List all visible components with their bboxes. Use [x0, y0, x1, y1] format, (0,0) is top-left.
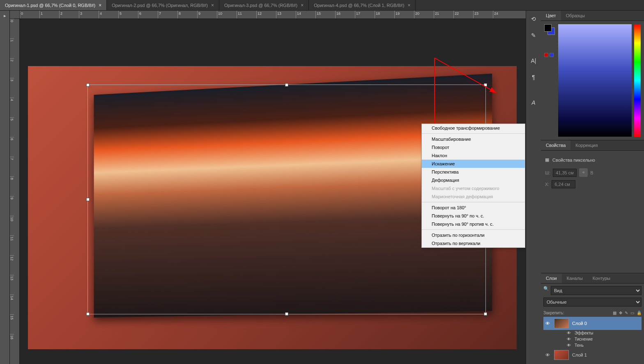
- paragraph-icon[interactable]: ¶: [528, 71, 539, 83]
- ruler-tick: 8: [10, 176, 14, 196]
- ruler-tick: 8: [177, 11, 197, 19]
- ruler-tick: 1: [39, 11, 59, 19]
- visibility-icon[interactable]: 👁: [544, 353, 551, 357]
- properties-tab[interactable]: Свойства: [541, 140, 570, 150]
- menu-item[interactable]: Поворот на 180°: [422, 204, 525, 212]
- left-toolbar: ▸: [0, 11, 10, 364]
- tab-label: Оригинал-3.psd @ 66,7% (RGB/8#): [224, 3, 297, 8]
- current-color-icon: [550, 53, 554, 57]
- layers-tab[interactable]: Слои: [541, 273, 562, 283]
- width-input[interactable]: [553, 169, 577, 177]
- ruler-tick: 4: [10, 98, 14, 117]
- layer-item-1[interactable]: 👁 Слой 1: [543, 348, 642, 362]
- ruler-tick: 10: [10, 216, 14, 236]
- adjustments-tab[interactable]: Коррекция: [570, 140, 603, 150]
- layer-item-0[interactable]: 👁 Слой 0: [543, 317, 642, 330]
- close-icon[interactable]: ×: [211, 2, 214, 8]
- menu-item[interactable]: Деформация: [422, 176, 525, 184]
- blend-mode-select[interactable]: Обычные: [543, 298, 642, 307]
- properties-header: Свойства пиксельно: [552, 158, 595, 163]
- history-icon[interactable]: ⟲: [528, 13, 539, 25]
- ruler-tick: 5: [118, 11, 138, 19]
- menu-item[interactable]: Масштабирование: [422, 135, 525, 143]
- ruler-tick: 9: [197, 11, 217, 19]
- menu-item: Масштаб с учетом содержимого: [422, 184, 525, 192]
- ruler-tick: 13: [10, 275, 14, 295]
- ruler-tick: 7: [10, 157, 14, 176]
- foreground-color[interactable]: [544, 24, 552, 32]
- effects-label: Эффекты: [575, 331, 593, 335]
- layer-thumbnail[interactable]: [554, 318, 569, 328]
- swatches-tab[interactable]: Образцы: [561, 11, 590, 21]
- ruler-tick: 18: [375, 11, 394, 19]
- brush-icon[interactable]: ✎: [528, 30, 539, 41]
- pixel-layer-icon: ▦: [545, 157, 549, 163]
- ruler-tick: 6: [138, 11, 158, 19]
- tab-doc-4[interactable]: Оригинал-4.psd @ 66,7% (Слой 1, RGB/8#)×: [309, 0, 416, 10]
- channels-tab[interactable]: Каналы: [562, 273, 588, 283]
- lock-pixels-icon[interactable]: ▦: [613, 311, 616, 315]
- layer-name: Слой 0: [572, 321, 587, 326]
- glyphs-icon[interactable]: A: [528, 97, 539, 108]
- hue-slider[interactable]: [634, 24, 641, 137]
- menu-item[interactable]: Отразить по горизонтали: [422, 231, 525, 239]
- menu-item[interactable]: Поворот: [422, 143, 525, 151]
- lock-artboard-icon[interactable]: ▭: [630, 311, 634, 315]
- menu-item[interactable]: Искажение: [422, 160, 525, 168]
- filter-select[interactable]: Вид: [551, 286, 642, 295]
- height-label: В: [590, 170, 593, 175]
- ruler-tick: 23: [473, 11, 493, 19]
- close-icon[interactable]: ×: [301, 2, 304, 8]
- tab-doc-1[interactable]: Оригинал-1.psd @ 66,7% (Слой 0, RGB/8#)×: [0, 0, 107, 10]
- ruler-tick: 10: [217, 11, 237, 19]
- close-icon[interactable]: ×: [407, 2, 410, 8]
- close-icon[interactable]: ×: [99, 2, 101, 8]
- visibility-icon[interactable]: 👁: [566, 343, 572, 348]
- ruler-tick: 4: [99, 11, 118, 19]
- ruler-tick: 14: [296, 11, 315, 19]
- menu-item[interactable]: Свободное трансформирование: [422, 124, 525, 132]
- visibility-icon[interactable]: 👁: [566, 331, 572, 335]
- layer-name: Слой 1: [572, 353, 587, 357]
- lock-label: Закрепить:: [543, 311, 564, 315]
- tab-doc-3[interactable]: Оригинал-3.psd @ 66,7% (RGB/8#)×: [219, 0, 309, 10]
- menu-item[interactable]: Перспектива: [422, 168, 525, 176]
- visibility-icon[interactable]: 👁: [566, 337, 572, 341]
- menu-item[interactable]: Повернуть на 90° против ч. с.: [422, 220, 525, 228]
- visibility-icon[interactable]: 👁: [544, 321, 551, 326]
- ruler-tick: 19: [394, 11, 414, 19]
- menu-item[interactable]: Повернуть на 90° по ч. с.: [422, 212, 525, 220]
- ruler-tick: 1: [10, 39, 14, 58]
- layer-thumbnail[interactable]: [554, 350, 569, 360]
- ruler-tick: 15: [315, 11, 335, 19]
- right-panels: Цвет Образцы Свойства Коррекция: [541, 11, 644, 364]
- menu-separator: [422, 229, 525, 230]
- lock-brush-icon[interactable]: ✎: [625, 311, 628, 315]
- character-icon[interactable]: A|: [528, 55, 539, 66]
- menu-separator: [422, 202, 525, 202]
- tab-doc-2[interactable]: Оригинал-2.psd @ 66,7% (Оригинал, RGB/8#…: [107, 0, 219, 10]
- tool-button[interactable]: ▸: [0, 11, 10, 21]
- paths-tab[interactable]: Контуры: [588, 273, 615, 283]
- ruler-tick: 15: [10, 314, 14, 334]
- menu-item[interactable]: Наклон: [422, 151, 525, 160]
- color-tab[interactable]: Цвет: [541, 11, 561, 21]
- ruler-tick: 2: [10, 58, 14, 78]
- ruler-tick: 3: [10, 78, 14, 98]
- properties-panel: Свойства Коррекция ▦ Свойства пиксельно …: [541, 140, 644, 196]
- canvas-area: 0123456789101112131415161718192021222324…: [10, 11, 526, 364]
- ruler-tick: 6: [10, 137, 14, 157]
- warning-icon: [544, 53, 548, 57]
- menu-item[interactable]: Отразить по вертикали: [422, 239, 525, 247]
- color-picker[interactable]: [558, 24, 632, 137]
- x-input[interactable]: [552, 180, 575, 188]
- lock-all-icon[interactable]: 🔒: [637, 311, 642, 315]
- fg-bg-swatches[interactable]: [544, 24, 556, 137]
- lock-position-icon[interactable]: ✥: [619, 311, 622, 315]
- color-panel: [541, 21, 644, 140]
- ruler-tick: 16: [10, 334, 14, 354]
- search-icon[interactable]: 🔍: [543, 286, 549, 295]
- layers-panel: Слои Каналы Контуры 🔍 Вид Обычные Закреп…: [541, 273, 644, 364]
- link-icon[interactable]: ⚭: [579, 168, 588, 177]
- ruler-tick: 0: [10, 19, 14, 39]
